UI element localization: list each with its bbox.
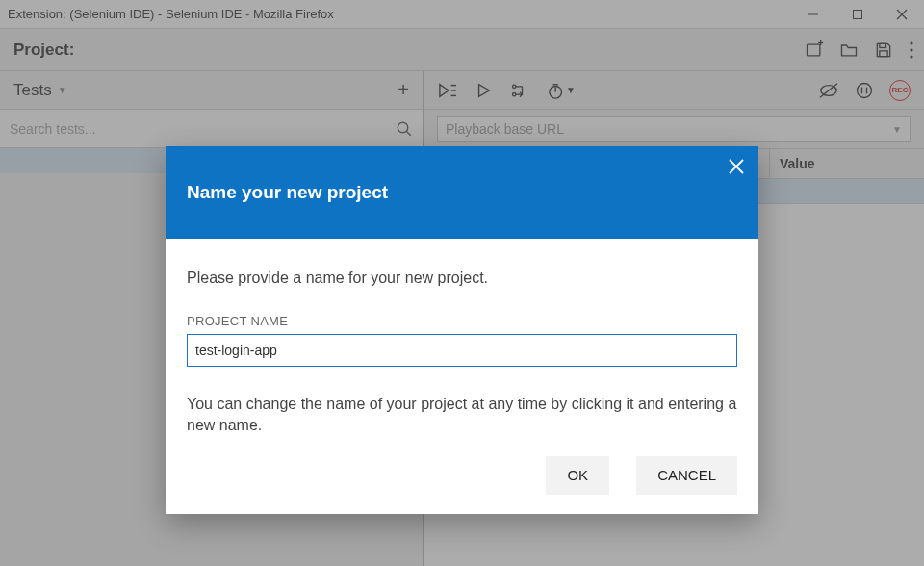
project-name-input[interactable] — [187, 334, 737, 367]
close-icon[interactable] — [728, 158, 745, 175]
modal-hint: You can change the name of your project … — [187, 394, 737, 437]
name-project-modal: Name your new project Please provide a n… — [166, 146, 758, 514]
modal-intro: Please provide a name for your new proje… — [187, 270, 737, 287]
modal-title: Name your new project — [187, 182, 388, 203]
modal-overlay: Name your new project Please provide a n… — [0, 0, 924, 566]
project-name-label: PROJECT NAME — [187, 314, 737, 328]
cancel-button[interactable]: CANCEL — [636, 456, 737, 495]
ok-button[interactable]: OK — [546, 456, 609, 495]
